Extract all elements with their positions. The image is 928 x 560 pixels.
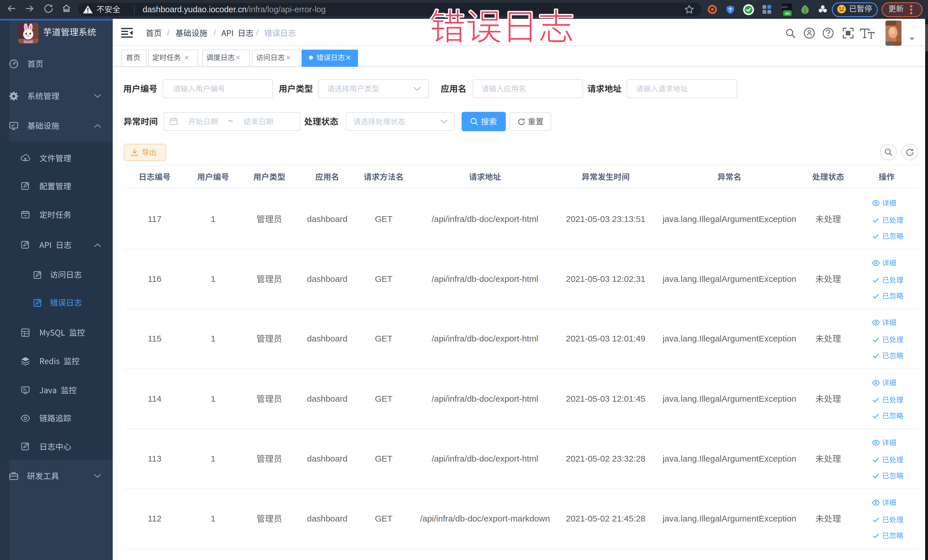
svg-text:on: on (785, 11, 790, 15)
